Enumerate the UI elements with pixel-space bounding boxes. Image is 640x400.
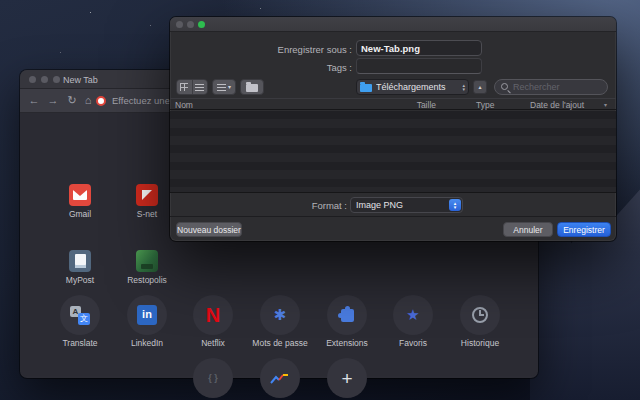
action-translate[interactable]: A 文 Translate	[47, 295, 113, 348]
action-label: Mots de passe	[252, 338, 307, 348]
restopolis-band-icon	[141, 264, 153, 269]
translate-glyph: A 文	[70, 305, 90, 325]
tags-input[interactable]	[356, 58, 482, 74]
translate-icon: A 文	[60, 295, 100, 335]
popup-stepper-icon: ▴▾	[462, 83, 465, 91]
translate-b-icon: 文	[78, 313, 90, 325]
envelope-icon	[73, 190, 87, 200]
minimize-icon[interactable]	[41, 76, 48, 83]
search-input[interactable]	[513, 82, 602, 92]
format-value: Image PNG	[356, 200, 459, 210]
icon-view-button[interactable]	[177, 80, 192, 94]
file-list[interactable]	[170, 111, 616, 193]
action-trends[interactable]: Trends	[247, 358, 313, 400]
action-label: LinkedIn	[131, 338, 163, 348]
shortcut-label: Restopolis	[127, 275, 167, 285]
minimize-icon[interactable]	[187, 21, 194, 28]
expand-dialog-button[interactable]: ▴	[473, 80, 487, 94]
dialog-traffic-lights	[176, 21, 205, 28]
snet-mark-icon	[142, 190, 153, 201]
action-passwords[interactable]: ✱ Mots de passe	[247, 295, 313, 348]
column-date-added[interactable]: Date de l'ajout	[530, 100, 584, 110]
restopolis-icon	[136, 250, 158, 272]
action-linkedin[interactable]: in LinkedIn	[114, 295, 180, 348]
action-edit[interactable]: + Edit	[314, 358, 380, 400]
save-dialog: Enregistrer sous : Tags : ▾ Téléchargeme…	[170, 17, 616, 241]
action-netflix[interactable]: N Netflix	[180, 295, 246, 348]
close-icon[interactable]	[29, 76, 36, 83]
home-icon[interactable]: ⌂	[81, 93, 95, 108]
trends-zigzag-icon	[270, 372, 290, 385]
cancel-button[interactable]: Annuler	[503, 222, 553, 237]
gists-icon: { }	[193, 358, 233, 398]
forward-icon[interactable]: →	[46, 93, 60, 108]
arrange-menu-button[interactable]: ▾	[212, 79, 236, 95]
shortcut-gmail[interactable]: Gmail	[47, 184, 113, 219]
action-favorites[interactable]: ★ Favoris	[380, 295, 446, 348]
list-lines-icon	[217, 84, 226, 91]
save-as-label: Enregistrer sous :	[210, 44, 352, 55]
shortcut-restopolis[interactable]: Restopolis	[114, 250, 180, 285]
format-popup[interactable]: Image PNG ▴▾	[350, 197, 463, 213]
format-stepper-icon: ▴▾	[449, 199, 461, 211]
format-label: Format :	[205, 200, 347, 211]
extensions-icon	[327, 295, 367, 335]
chevron-up-icon: ▴	[478, 84, 481, 90]
action-label: Translate	[62, 338, 97, 348]
mypost-icon	[69, 250, 91, 272]
search-engine-favicon	[96, 96, 106, 106]
action-label: Historique	[461, 338, 499, 348]
filename-input[interactable]	[356, 40, 482, 56]
action-history[interactable]: Historique	[447, 295, 513, 348]
favorites-icon: ★	[393, 295, 433, 335]
location-value: Téléchargements	[376, 82, 462, 92]
action-label: Netflix	[201, 338, 225, 348]
gmail-icon	[69, 184, 91, 206]
plus-icon: +	[341, 369, 352, 388]
star-icon: ★	[406, 306, 419, 324]
zoom-icon[interactable]	[198, 21, 205, 28]
snet-icon	[136, 184, 158, 206]
save-button[interactable]: Enregistrer	[557, 222, 611, 237]
history-icon	[460, 295, 500, 335]
linkedin-glyph: in	[137, 305, 157, 325]
reload-icon[interactable]: ↻	[65, 93, 79, 108]
shortcut-mypost[interactable]: MyPost	[47, 250, 113, 285]
view-mode-segmented	[176, 79, 208, 95]
back-icon[interactable]: ←	[27, 93, 41, 108]
action-gists[interactable]: { } Gists	[180, 358, 246, 400]
downloads-folder-icon	[360, 84, 372, 92]
column-type[interactable]: Type	[476, 100, 494, 110]
netflix-icon: N	[193, 295, 233, 335]
list-view-icon	[195, 84, 204, 91]
passwords-icon: ✱	[260, 295, 300, 335]
new-folder-button[interactable]: Nouveau dossier	[176, 222, 242, 237]
gear-icon: ✱	[274, 306, 287, 324]
shortcut-label: MyPost	[66, 275, 94, 285]
edit-icon: +	[327, 358, 367, 398]
wallpaper-stars	[90, 12, 91, 13]
folder-icon	[246, 84, 258, 92]
document-icon	[75, 254, 86, 268]
location-popup[interactable]: Téléchargements ▴▾	[356, 79, 469, 95]
search-icon	[500, 82, 510, 92]
folder-action-button[interactable]	[240, 79, 264, 95]
column-size[interactable]: Taille	[400, 100, 436, 110]
sort-chevron-icon[interactable]: ▾	[604, 102, 607, 108]
column-name[interactable]: Nom	[175, 100, 193, 110]
chevron-down-icon: ▾	[228, 84, 231, 90]
trends-icon	[260, 358, 300, 398]
action-label: Favoris	[399, 338, 427, 348]
shortcut-label: S-net	[137, 209, 157, 219]
format-row: Format : Image PNG ▴▾	[170, 197, 616, 213]
close-icon[interactable]	[176, 21, 183, 28]
search-field[interactable]	[494, 79, 608, 95]
action-extensions[interactable]: Extensions	[314, 295, 380, 348]
file-list-header: Nom Taille Type Date de l'ajout ▾	[170, 98, 616, 110]
zoom-icon[interactable]	[53, 76, 60, 83]
linkedin-icon: in	[127, 295, 167, 335]
puzzle-icon	[341, 309, 354, 322]
list-view-button[interactable]	[192, 80, 208, 94]
dialog-footer: Nouveau dossier Annuler Enregistrer	[170, 216, 616, 241]
dialog-titlebar[interactable]	[170, 17, 616, 32]
